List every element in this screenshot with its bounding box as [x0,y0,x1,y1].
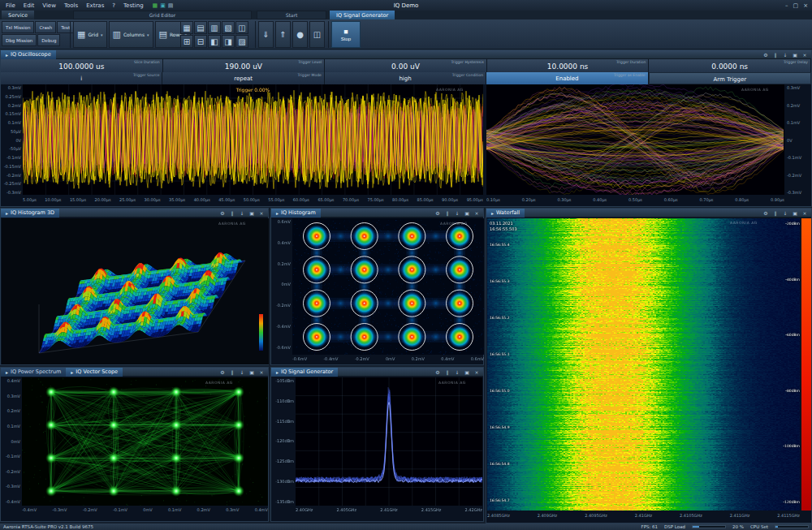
grid-preset-button[interactable]: ◫ [235,21,248,34]
tick-label: 0V [787,139,793,143]
tab-iq-signal-generator[interactable]: IQ Signal Generator [330,11,395,19]
eye-diagram-plot[interactable] [486,84,784,195]
pause-icon[interactable]: ∥ [772,52,779,58]
mission-button[interactable]: Crash [35,21,56,33]
gear-icon[interactable]: ⚙ [219,369,226,375]
waterfall-spectrogram-plot[interactable] [487,218,800,511]
param-trigger-delay[interactable]: Trigger Delay 0.0000 ns [649,59,811,72]
expander-icon[interactable]: ▸ [491,210,494,216]
export-icon[interactable]: ⇑ [275,21,291,48]
mission-button[interactable]: Dbg Mission [2,34,37,46]
close-icon[interactable]: × [473,369,480,375]
download-icon[interactable]: ↓ [782,210,788,216]
mission-button[interactable]: Debug [37,34,60,46]
download-icon[interactable]: ↓ [782,52,788,58]
constellation-histogram-plot[interactable] [292,218,484,355]
expander-icon[interactable]: ▸ [6,210,8,216]
close-icon[interactable]: × [801,210,808,216]
grid-preset-button[interactable]: ◨ [222,35,235,48]
layout-icon[interactable]: ▤ [168,2,174,9]
expander-icon[interactable]: ▸ [276,210,279,216]
panel-tab-iq-signal-generator[interactable]: ▸ IQ Signal Generator [271,368,338,377]
pin-icon[interactable]: ▣ [792,210,798,216]
pause-icon[interactable]: ∥ [229,369,235,375]
menu-item[interactable]: File [2,2,19,9]
close-icon[interactable]: × [801,52,808,58]
import-icon[interactable]: ⇓ [258,21,274,48]
menu-item[interactable]: Tools [60,2,82,9]
gear-icon[interactable]: ⚙ [762,210,769,216]
stop-button[interactable]: ■ Stop [331,21,361,48]
pause-icon[interactable]: ∥ [444,210,451,216]
generator-spectrum-plot[interactable] [296,377,482,506]
gear-icon[interactable]: ⚙ [434,210,441,216]
pause-icon[interactable]: ∥ [229,210,235,216]
pause-icon[interactable]: ∥ [444,369,451,375]
pin-icon[interactable]: ▣ [464,210,470,216]
arm-trigger-button[interactable]: Arm Trigger [649,72,811,84]
select-trigger-condition[interactable]: Trigger Condition high [325,72,486,84]
grid-preset-button[interactable]: ◧ [208,35,221,48]
download-icon[interactable]: ↓ [454,210,460,216]
tick-label: 0.2mV [412,356,425,361]
param-trigger-hysteresis[interactable]: Trigger Hysteresis 0.00 uV [325,59,487,72]
download-icon[interactable]: ↓ [454,369,460,375]
menu-item[interactable]: Edit [19,2,39,9]
download-icon[interactable]: ↓ [239,369,245,375]
panel-tab-iq-histogram[interactable]: ▸ IQ Histogram [271,209,321,218]
gear-icon[interactable]: ⚙ [434,369,441,375]
param-trigger-duration[interactable]: Trigger Duration 10.0000 ns [487,59,650,72]
menu-item[interactable]: ? [108,2,119,9]
close-icon[interactable]: × [473,210,480,216]
block-editor-icon[interactable]: ▦ [153,2,158,9]
mission-button[interactable]: Test [57,21,74,33]
maximize-icon[interactable]: ▢ [793,2,799,9]
close-icon[interactable]: × [258,210,265,216]
grid-preset-button[interactable]: ⊞ [180,35,193,48]
param-trigger-level[interactable]: Trigger Level 190.00 uV [163,59,326,72]
grid-preset-button[interactable]: ⊟ [194,35,207,48]
grid-preset-button[interactable]: ▨ [235,35,248,48]
pin-icon[interactable]: ▣ [248,210,255,216]
tab-service[interactable]: Service [2,11,34,19]
mission-button[interactable]: TxI Mission [2,21,34,33]
expander-icon[interactable]: ▸ [71,369,73,375]
pin-icon[interactable]: ▣ [248,369,255,375]
columns-button[interactable]: ▥ Columns ▾ [109,21,153,48]
panels-icon[interactable]: ▣ [160,2,166,9]
menu-item[interactable]: Testing [119,2,148,9]
expander-icon[interactable]: ▸ [276,369,279,375]
pin-icon[interactable]: ▣ [792,52,798,58]
vector-scope-plot[interactable] [22,377,268,506]
gear-icon[interactable]: ⚙ [762,52,769,58]
histogram-3d-plot[interactable] [2,218,269,364]
panel-tab-iq-vector-scope[interactable]: ▸ IQ Vector Scope [66,368,123,377]
grid-preset-button[interactable]: ▧ [222,21,235,34]
close-icon[interactable]: × [803,2,808,9]
pause-icon[interactable]: ∥ [772,210,779,216]
param-slice-duration[interactable]: Slice Duration 100.0000 us [1,59,163,72]
expander-icon[interactable]: ▸ [6,369,8,375]
grid-preset-button[interactable]: ▥ [208,21,221,34]
grid-preset-button[interactable]: ▦ [180,21,193,34]
menu-item[interactable]: Extras [82,2,108,9]
toggle-trigger-as-enable[interactable]: Trigger as Enable Enabled [486,72,648,84]
expander-icon[interactable]: ▸ [6,52,8,58]
select-trigger-mode[interactable]: Trigger Mode repeat [162,72,324,84]
record-icon[interactable]: ● [292,21,308,48]
pin-icon[interactable]: ▣ [464,369,470,375]
gear-icon[interactable]: ⚙ [219,210,226,216]
panel-tab-waterfall[interactable]: ▸ Waterfall [486,209,525,218]
panel-tab-iq-power-spectrum[interactable]: ▸ IQ Power Spectrum [1,368,66,377]
close-icon[interactable]: × [258,369,265,375]
oscilloscope-waveform-plot[interactable] [23,84,483,195]
grid-button[interactable]: ▦ Grid ▾ [73,21,107,48]
menu-item[interactable]: View [38,2,60,9]
download-icon[interactable]: ↓ [239,210,245,216]
select-trigger-source[interactable]: Trigger Source i [1,72,162,84]
panel-tab-iq-oscilloscope[interactable]: ▸ IQ Oscilloscope [1,50,56,59]
minimize-icon[interactable]: – [785,2,788,9]
screens-icon[interactable]: ◫ [309,21,325,48]
grid-preset-button[interactable]: ▤ [194,21,207,34]
panel-tab-iq-histogram-3d[interactable]: ▸ IQ Histogram 3D [1,209,59,218]
